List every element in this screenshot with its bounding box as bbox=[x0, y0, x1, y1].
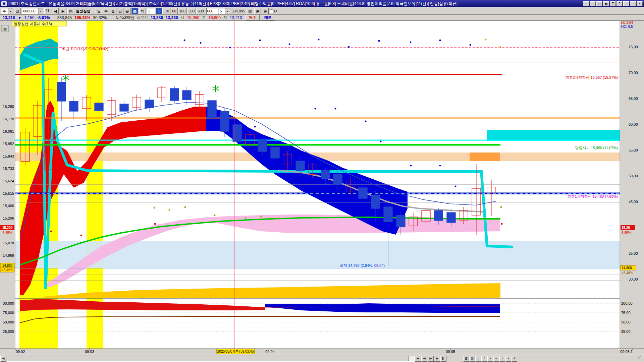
tick-size-input[interactable] bbox=[206, 8, 218, 14]
go-last-button[interactable]: ▶ bbox=[428, 356, 434, 362]
chart-canvas[interactable]: 최고 16,800 (-9.52%, 09:02)피봇2차저항선 16,567 … bbox=[0, 21, 644, 355]
chart-type-icon[interactable]: ▤ bbox=[469, 356, 475, 362]
snapshot-icon[interactable]: ▣ bbox=[254, 8, 261, 14]
history-forward-button[interactable]: ▶ bbox=[60, 8, 66, 14]
candle-body bbox=[296, 161, 305, 171]
chevron-down-icon[interactable]: ▼ bbox=[225, 8, 230, 14]
change-percent: -8.01% bbox=[37, 15, 50, 20]
cycle-60-button[interactable]: 60 bbox=[171, 8, 177, 14]
time-label: 09:05 bbox=[446, 350, 455, 354]
time-tooltip-text: 2025/08/07(목) 09:03:45 bbox=[217, 350, 254, 353]
period-주-button[interactable]: 주 bbox=[103, 8, 109, 14]
candle-body bbox=[120, 104, 128, 111]
history-back-button[interactable]: ◀ bbox=[52, 8, 59, 14]
stock-list-icon[interactable]: ▤ bbox=[67, 8, 74, 14]
candle-body bbox=[170, 88, 179, 101]
chevron-down-icon[interactable]: ▼ bbox=[38, 8, 43, 14]
price-axis-label: 16,280 bbox=[3, 105, 14, 109]
period-일-button[interactable]: 일 bbox=[96, 8, 102, 14]
help-icon[interactable]: ? bbox=[616, 1, 623, 6]
search-icon[interactable] bbox=[44, 8, 51, 14]
candle-body bbox=[233, 125, 241, 141]
session-highlight-band-2 bbox=[87, 21, 103, 349]
time-label: 09:02 bbox=[16, 350, 25, 354]
signal-dot bbox=[501, 223, 503, 225]
open-label: 시 bbox=[181, 15, 184, 20]
cycle-600-button[interactable]: 600 bbox=[196, 8, 205, 14]
app-icon: ▣ bbox=[1, 1, 7, 6]
font-increase-icon[interactable]: A bbox=[512, 356, 517, 362]
price-axis-label: 15,078 bbox=[3, 241, 14, 245]
chart-tools: ▦▤+/~−+aA bbox=[463, 356, 517, 362]
zoom-out-icon[interactable]: − bbox=[493, 356, 499, 362]
scroll-right-button[interactable]: ▶ bbox=[415, 356, 421, 362]
price-axis-label: 16,061 bbox=[3, 129, 14, 133]
panel-split-icon[interactable]: ▦ bbox=[603, 1, 609, 6]
scroll-left-button[interactable]: ◀ bbox=[0, 356, 6, 362]
resize-grip[interactable] bbox=[638, 356, 644, 362]
period-second-button[interactable]: 초 bbox=[131, 8, 138, 14]
play-button[interactable]: ▶ bbox=[434, 356, 440, 362]
cycle-5-button[interactable]: 5 bbox=[156, 8, 163, 14]
window-restore-icon[interactable]: □ bbox=[630, 1, 636, 6]
percent-axis-label: 50,00 bbox=[629, 174, 638, 178]
signal-dot bbox=[154, 223, 156, 225]
font-decrease-icon[interactable]: a bbox=[505, 356, 511, 362]
signal-dot bbox=[184, 40, 185, 41]
zoom-in-icon[interactable]: + bbox=[499, 356, 505, 362]
cycle-10-button[interactable]: 10 bbox=[164, 8, 170, 14]
panel-float-icon[interactable]: ▫ bbox=[583, 1, 589, 6]
window-controls: ▫—□▦T?—□× bbox=[582, 1, 643, 6]
signal-dot bbox=[455, 186, 457, 187]
wave-tool-icon[interactable]: ~ bbox=[487, 356, 493, 362]
window-title: [0601] 주식종합차트 - 유통비율[34.9] 거래대금[5,425(백만… bbox=[8, 1, 581, 7]
left-axis-gutter bbox=[0, 21, 15, 349]
d-toggle-checkbox-box[interactable] bbox=[270, 9, 273, 13]
multi-window-icon[interactable]: ▥ bbox=[247, 8, 253, 14]
tools-icon[interactable]: T bbox=[610, 1, 616, 6]
candle-body bbox=[271, 147, 279, 158]
d-toggle-checkbox[interactable]: D bbox=[270, 9, 277, 13]
annotation-day-open: 당일시가 15,950 (11,07%) bbox=[575, 146, 618, 150]
percent-axis-label: 55,00 bbox=[629, 148, 638, 152]
period-tick-button[interactable]: 틱 bbox=[139, 8, 146, 14]
panel-minimize-icon[interactable]: — bbox=[590, 1, 596, 6]
chart-kind-combo-value: 주 bbox=[2, 9, 7, 14]
period-월-button[interactable]: 월 bbox=[110, 8, 116, 14]
open-price: 15,950 bbox=[187, 15, 200, 20]
stock-code-input[interactable]: 008500▼ bbox=[22, 8, 43, 14]
chart-kind-combo[interactable]: 주▼ bbox=[1, 8, 13, 14]
window-close-icon[interactable]: × bbox=[637, 1, 643, 6]
prev-toggle-button[interactable]: 전 bbox=[14, 8, 21, 14]
signal-dot bbox=[289, 44, 290, 45]
chevron-down-icon[interactable]: ▼ bbox=[8, 8, 13, 14]
settings-icon[interactable]: ◉ bbox=[262, 8, 269, 14]
current-price-box-left-pct: 5,85% bbox=[3, 231, 12, 235]
crosshair-tool-icon[interactable]: + bbox=[475, 356, 481, 362]
period-분-button[interactable]: 분 bbox=[124, 8, 130, 14]
cycle-180-button[interactable]: 180 bbox=[178, 8, 187, 14]
panel-maximize-icon[interactable]: □ bbox=[596, 1, 602, 6]
price-axis-label: 15,406 bbox=[3, 204, 14, 208]
chart-toolbar: 주▼전008500▼◀▶▤일정실업일주월년분초틱510601803006005▼… bbox=[0, 7, 644, 15]
extend-button[interactable]: ▌ bbox=[440, 356, 446, 362]
cycle-300-button[interactable]: 300 bbox=[187, 8, 196, 14]
sell-button[interactable]: 매도 bbox=[261, 15, 275, 20]
bar-interval-input[interactable] bbox=[147, 8, 155, 14]
low-label: 저 bbox=[223, 15, 227, 20]
candle-body bbox=[220, 111, 229, 131]
chart-scrollbar-track[interactable] bbox=[7, 356, 415, 362]
period-년-button[interactable]: 년 bbox=[117, 8, 123, 14]
signal-dot bbox=[80, 235, 82, 236]
zoom-combo[interactable]: 5▼ bbox=[219, 8, 230, 14]
trendline-tool-icon[interactable]: / bbox=[481, 356, 487, 362]
window-minimize-icon[interactable]: — bbox=[623, 1, 629, 6]
time-axis bbox=[0, 349, 644, 355]
grid-tool-icon[interactable]: ▦ bbox=[463, 356, 469, 362]
stock-name-label: 일정실업 bbox=[75, 9, 95, 14]
period-buttons: 일주월년분 bbox=[96, 8, 130, 14]
go-first-button[interactable]: ◀ bbox=[421, 356, 427, 362]
subchart-axis-label: 50,000 bbox=[3, 320, 14, 324]
chart-scrollbar-thumb[interactable] bbox=[7, 356, 409, 361]
buy-button[interactable]: 매수 bbox=[246, 15, 260, 20]
